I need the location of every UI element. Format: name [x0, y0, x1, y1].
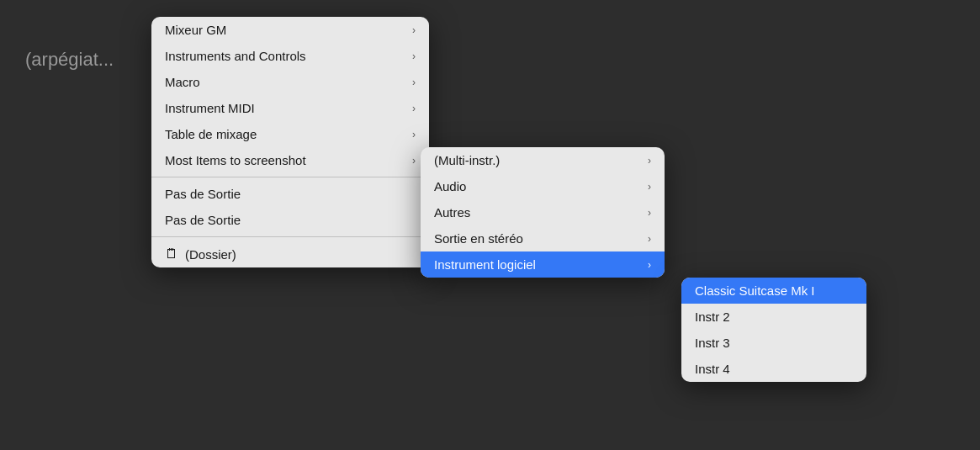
menu-item-label: Sortie en stéréo	[434, 231, 523, 246]
menu-item-label: Most Items to screenshot	[165, 153, 306, 167]
menu-item-most-items[interactable]: Most Items to screenshot ›	[151, 147, 429, 173]
chevron-icon: ›	[648, 259, 651, 271]
chevron-icon: ›	[648, 181, 651, 193]
menu-item-label: Instrument MIDI	[165, 101, 255, 115]
menu-item-label: Pas de Sortie	[165, 213, 241, 227]
menu-item-audio[interactable]: Audio ›	[421, 173, 665, 199]
menu-item-label: Instruments and Controls	[165, 49, 306, 63]
menu-item-instrument-logiciel[interactable]: Instrument logiciel ›	[421, 251, 665, 278]
main-menu: Mixeur GM › Instruments and Controls › M…	[151, 17, 429, 267]
menu-item-label: Table de mixage	[165, 127, 257, 141]
menu-item-multi-instr[interactable]: (Multi-instr.) ›	[421, 147, 665, 173]
chevron-icon: ›	[412, 103, 416, 114]
chevron-icon: ›	[412, 155, 416, 167]
menu-item-label: Mixeur GM	[165, 23, 226, 37]
sub-menu: (Multi-instr.) › Audio › Autres › Sortie…	[421, 147, 665, 278]
chevron-icon: ›	[412, 24, 416, 36]
menu-item-label: Audio	[434, 179, 466, 193]
menu-item-sortie-stereo[interactable]: Sortie en stéréo ›	[421, 225, 665, 251]
menu-item-pas-sortie-1[interactable]: Pas de Sortie	[151, 181, 429, 207]
chevron-icon: ›	[412, 129, 416, 140]
menu-item-table-mixage[interactable]: Table de mixage ›	[151, 121, 429, 147]
menu-item-label: Instr 3	[695, 336, 730, 350]
menu-item-label: Macro	[165, 75, 200, 89]
third-menu: Classic Suitcase Mk I Instr 2 Instr 3 In…	[681, 278, 866, 382]
menu-item-label: (Multi-instr.)	[434, 153, 500, 167]
chevron-icon: ›	[412, 50, 416, 62]
menu-item-label: Instr 4	[695, 362, 730, 376]
menu-item-instr3[interactable]: Instr 3	[681, 330, 866, 356]
menu-item-instrument-midi[interactable]: Instrument MIDI ›	[151, 95, 429, 121]
menu-item-macro[interactable]: Macro ›	[151, 69, 429, 95]
background-label: (arpégiat...	[25, 49, 114, 71]
folder-icon: 🗒	[165, 246, 178, 262]
menu-item-label: Autres	[434, 205, 470, 220]
chevron-icon: ›	[648, 155, 651, 167]
chevron-icon: ›	[648, 233, 651, 245]
menu-item-pas-sortie-2[interactable]: Pas de Sortie	[151, 207, 429, 233]
menu-item-classic-suitcase[interactable]: Classic Suitcase Mk I	[681, 278, 866, 304]
menu-item-label: Classic Suitcase Mk I	[695, 283, 815, 298]
menu-item-mixeur-gm[interactable]: Mixeur GM ›	[151, 17, 429, 43]
menu-item-label: Pas de Sortie	[165, 187, 241, 201]
chevron-icon: ›	[412, 77, 416, 88]
menu-item-label: (Dossier)	[185, 247, 236, 262]
menu-item-instruments-controls[interactable]: Instruments and Controls ›	[151, 43, 429, 69]
menu-item-label: Instrument logiciel	[434, 257, 536, 272]
menu-separator-2	[151, 236, 429, 237]
menu-item-autres[interactable]: Autres ›	[421, 199, 665, 225]
menu-item-instr4[interactable]: Instr 4	[681, 356, 866, 382]
menu-item-dossier[interactable]: 🗒 (Dossier)	[151, 241, 429, 267]
chevron-icon: ›	[648, 207, 651, 219]
menu-item-instr2[interactable]: Instr 2	[681, 304, 866, 330]
menu-separator	[151, 177, 429, 177]
menu-item-label: Instr 2	[695, 310, 730, 324]
